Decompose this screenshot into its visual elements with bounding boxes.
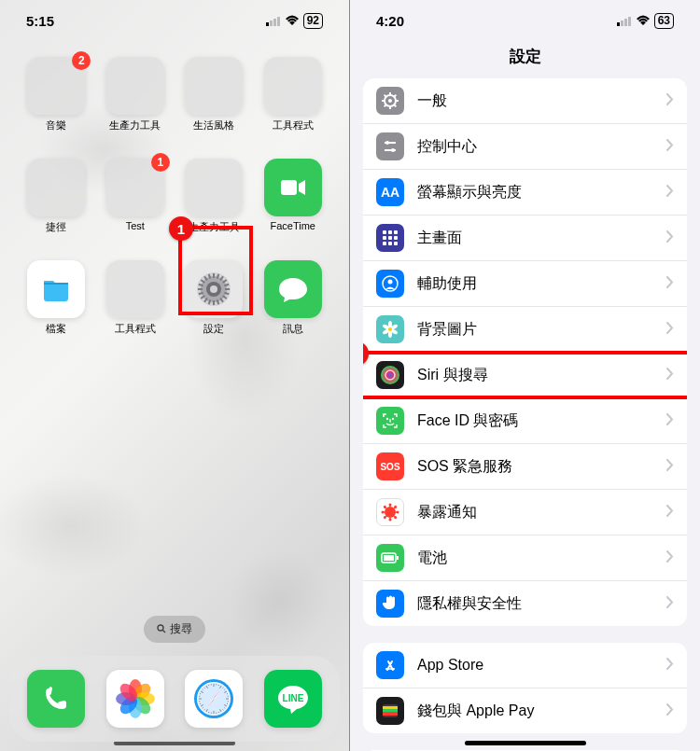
app-Test[interactable]: 1Test: [102, 159, 170, 234]
svg-rect-9: [213, 273, 215, 278]
settings-row-電池[interactable]: 電池: [363, 535, 687, 581]
settings-row-SOS 緊急服務[interactable]: SOSSOS 緊急服務: [363, 444, 687, 490]
cellular-icon: [617, 16, 632, 26]
svg-rect-106: [394, 236, 398, 240]
wifi-icon: [636, 15, 651, 26]
app-生產力工具[interactable]: 生產力工具: [102, 57, 170, 132]
dock-line[interactable]: LINE: [264, 670, 322, 728]
app-音樂[interactable]: 2音樂: [22, 57, 91, 132]
dock-phone[interactable]: [27, 670, 85, 728]
settings-row-控制中心[interactable]: 控制中心: [363, 124, 687, 170]
svg-rect-2: [273, 19, 276, 26]
appstore-icon: [376, 651, 404, 679]
svg-rect-104: [383, 236, 386, 240]
app-label: 生活風格: [193, 118, 234, 132]
annotation-badge-1: 1: [169, 216, 193, 241]
svg-point-29: [158, 625, 163, 631]
dock-safari[interactable]: [185, 670, 243, 728]
folder-icon[interactable]: [27, 159, 85, 216]
svg-rect-102: [388, 230, 392, 234]
app-檔案[interactable]: 檔案: [22, 260, 91, 336]
app-label: 工具程式: [115, 322, 156, 336]
settings-row-錢包與 Apple Pay[interactable]: 錢包與 Apple Pay: [363, 688, 687, 733]
home-screen: 5:15 92 2音樂生產力工具生活風格工具程式捷徑1Test生產力工具Face…: [0, 0, 350, 751]
status-time: 5:15: [26, 13, 54, 29]
svg-rect-109: [394, 242, 398, 245]
chevron-right-icon: [666, 93, 674, 108]
row-label: 錢包與 Apple Pay: [417, 702, 666, 721]
settings-row-一般[interactable]: 一般: [363, 78, 687, 124]
svg-rect-101: [383, 230, 386, 234]
status-right: 63: [617, 13, 674, 28]
svg-rect-89: [389, 92, 391, 95]
gear-icon: [376, 87, 404, 115]
svg-line-139: [385, 508, 386, 508]
app-工具程式[interactable]: 工具程式: [102, 260, 170, 336]
spotlight-search[interactable]: 搜尋: [144, 616, 205, 643]
chevron-right-icon: [666, 413, 674, 428]
row-label: SOS 緊急服務: [417, 457, 666, 477]
svg-rect-108: [388, 242, 392, 245]
row-label: App Store: [417, 657, 666, 674]
settings-row-隱私權與安全性[interactable]: 隱私權與安全性: [363, 581, 687, 626]
svg-rect-84: [621, 21, 623, 26]
svg-point-98: [385, 141, 389, 145]
app-工具程式[interactable]: 工具程式: [259, 57, 328, 132]
app-label: Test: [126, 220, 145, 231]
folder-icon[interactable]: [106, 260, 164, 318]
dock: LINE: [9, 656, 340, 742]
person-icon: [376, 270, 404, 298]
folder-icon[interactable]: [185, 57, 243, 115]
dock-photos[interactable]: [106, 670, 164, 728]
svg-rect-107: [383, 242, 386, 245]
facetime-icon[interactable]: [264, 159, 322, 216]
chevron-right-icon: [666, 368, 674, 382]
settings-row-Siri 與搜尋[interactable]: Siri 與搜尋2: [363, 353, 687, 398]
app-捷徑[interactable]: 捷徑: [22, 159, 91, 234]
svg-point-111: [388, 280, 393, 285]
settings-icon[interactable]: [185, 260, 243, 318]
settings-row-App Store[interactable]: App Store: [363, 643, 687, 688]
settings-row-背景圖片[interactable]: 背景圖片: [363, 307, 687, 353]
row-label: 電池: [417, 549, 666, 568]
svg-rect-146: [383, 712, 398, 716]
settings-row-暴露通知[interactable]: 暴露通知: [363, 490, 687, 535]
app-設定[interactable]: 設定: [180, 260, 248, 336]
app-訊息[interactable]: 訊息: [259, 260, 328, 336]
svg-rect-91: [396, 100, 399, 102]
app-生活風格[interactable]: 生活風格: [180, 57, 248, 132]
settings-row-Face ID 與密碼[interactable]: Face ID 與密碼: [363, 398, 687, 444]
folder-icon[interactable]: [185, 159, 243, 216]
chevron-right-icon: [666, 459, 674, 474]
svg-line-30: [163, 630, 166, 633]
svg-rect-24: [198, 288, 203, 290]
settings-row-輔助使用[interactable]: 輔助使用: [363, 261, 687, 307]
row-label: 隱私權與安全性: [417, 594, 666, 614]
folder-icon[interactable]: 2: [27, 57, 85, 115]
settings-list[interactable]: 一般控制中心AA螢幕顯示與亮度主畫面輔助使用背景圖片Siri 與搜尋2Face …: [350, 78, 700, 751]
row-label: 控制中心: [417, 137, 666, 157]
chevron-right-icon: [666, 230, 674, 245]
app-FaceTime[interactable]: FaceTime: [259, 159, 328, 234]
app-label: 捷徑: [46, 220, 66, 234]
svg-rect-3: [277, 17, 280, 26]
folder-icon[interactable]: [106, 57, 164, 115]
battery-icon: [376, 544, 404, 572]
hand-icon: [376, 590, 404, 618]
settings-row-螢幕顯示與亮度[interactable]: AA螢幕顯示與亮度: [363, 170, 687, 216]
SOS-icon: SOS: [376, 452, 404, 480]
folder-icon[interactable]: 1: [106, 159, 164, 216]
svg-rect-105: [388, 236, 392, 240]
messages-icon[interactable]: [264, 260, 322, 318]
battery-icon: 63: [654, 13, 674, 28]
chevron-right-icon: [666, 322, 674, 337]
status-right: 92: [266, 13, 323, 28]
folder-icon[interactable]: [264, 57, 322, 115]
home-indicator[interactable]: [465, 741, 586, 745]
settings-row-主畫面[interactable]: 主畫面: [363, 216, 687, 261]
svg-text:LINE: LINE: [282, 693, 303, 703]
chevron-right-icon: [666, 658, 674, 673]
files-icon[interactable]: [27, 260, 85, 318]
svg-point-118: [388, 327, 392, 331]
page-title: 設定: [350, 33, 700, 78]
